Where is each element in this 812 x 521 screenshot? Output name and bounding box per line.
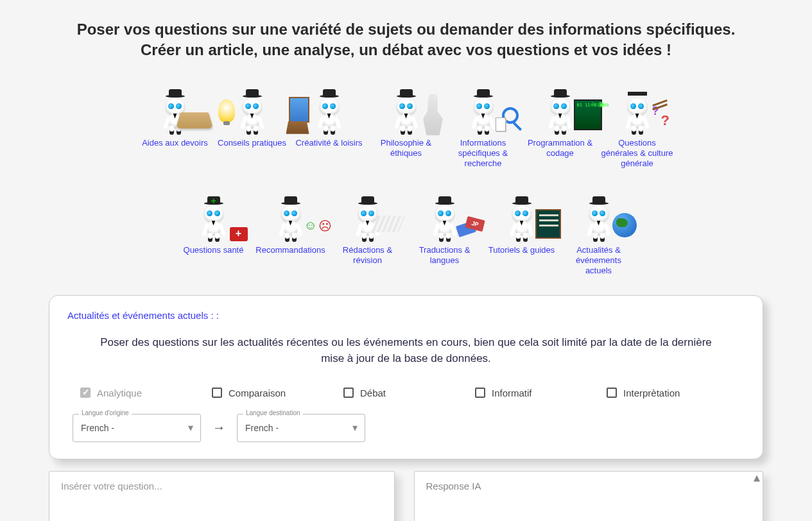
category-label: Traductions & langues — [409, 245, 481, 266]
options-panel: Actualités et événements actuels : : Pos… — [49, 295, 763, 459]
category-label: Conseils pratiques — [218, 138, 286, 148]
checkbox-debat[interactable]: Débat — [343, 388, 469, 398]
checkbox-icon — [80, 388, 91, 398]
category-label: Tutoriels & guides — [488, 245, 555, 255]
language-row: Langue d'origine French - → Langue desti… — [67, 414, 745, 442]
checkbox-label: Débat — [360, 388, 386, 398]
category-label: Questions santé — [184, 245, 244, 255]
response-output: Response IA — [414, 471, 764, 521]
category-label: Programmation & codage — [524, 138, 596, 159]
checkbox-informatif[interactable]: Informatif — [475, 388, 600, 398]
robot-book-icon — [144, 74, 206, 135]
category-label: Aides aux devoirs — [142, 138, 208, 148]
robot-pen-icon — [337, 181, 399, 243]
checkbox-icon — [212, 388, 222, 398]
lang-origin-select-wrap: Langue d'origine French - — [73, 414, 201, 442]
category-general-knowledge[interactable]: Questions générales & culture générale — [601, 74, 673, 169]
category-homework[interactable]: Aides aux devoirs — [139, 74, 211, 169]
robot-graduate-icon — [607, 74, 668, 135]
checkbox-analytique: Analytique — [80, 388, 205, 398]
robot-magnifier-icon — [453, 74, 514, 135]
robot-globe-icon — [568, 181, 630, 243]
category-programming[interactable]: Programmation & codage — [524, 74, 596, 169]
page-title: Poser vos questions sur une variété de s… — [60, 19, 753, 61]
robot-board-icon — [491, 181, 553, 243]
io-row: Insérer votre question... Response IA — [49, 471, 763, 521]
robot-medkit-icon — [183, 181, 245, 243]
category-label: Informations spécifiques & recherche — [447, 138, 519, 169]
lang-dest-select[interactable]: French - — [237, 414, 365, 442]
robot-faces-icon — [260, 181, 322, 243]
checkbox-icon — [343, 388, 354, 398]
category-philosophy[interactable]: Philosophie & éthiques — [370, 74, 442, 169]
category-grid: Aides aux devoirs Conseils pratiques Cré… — [117, 74, 695, 277]
checkbox-icon — [475, 388, 485, 398]
category-label: Philosophie & éthiques — [370, 138, 442, 159]
category-label: Rédactions & révision — [332, 245, 404, 266]
mode-check-row: Analytique Comparaison Débat Informatif … — [67, 388, 745, 398]
robot-statue-icon — [376, 74, 437, 135]
category-translation[interactable]: Traductions & langues — [409, 181, 481, 277]
checkbox-icon — [607, 388, 617, 398]
checkbox-label: Analytique — [97, 388, 142, 398]
category-label: Créativité & loisirs — [295, 138, 362, 148]
panel-description: Poser des questions sur les actualités r… — [92, 335, 721, 366]
lang-origin-select[interactable]: French - — [73, 414, 201, 442]
checkbox-interpretation[interactable]: Interprètation — [607, 388, 732, 398]
checkbox-label: Comparaison — [229, 388, 286, 398]
category-label: Actualités & événements actuels — [563, 245, 635, 277]
checkbox-label: Interprètation — [623, 388, 680, 398]
lang-origin-label: Langue d'origine — [79, 409, 132, 416]
question-input[interactable]: Insérer votre question... — [49, 471, 395, 521]
category-creativity[interactable]: Créativité & loisirs — [293, 74, 365, 169]
robot-easel-icon — [298, 74, 360, 135]
robot-code-icon — [530, 74, 591, 135]
checkbox-label: Informatif — [492, 388, 532, 398]
robot-cards-icon — [414, 181, 476, 243]
category-tutorials[interactable]: Tutoriels & guides — [486, 181, 558, 277]
lang-dest-select-wrap: Langue destination French - — [237, 414, 365, 442]
category-news[interactable]: Actualités & événements actuels — [563, 181, 635, 277]
category-label: Questions générales & culture générale — [601, 138, 673, 169]
category-research[interactable]: Informations spécifiques & recherche — [447, 74, 519, 169]
lang-dest-label: Langue destination — [243, 409, 303, 416]
category-practical[interactable]: Conseils pratiques — [216, 74, 288, 169]
arrow-right-icon: → — [212, 420, 225, 435]
category-writing[interactable]: Rédactions & révision — [332, 181, 404, 277]
robot-bulb-icon — [221, 74, 283, 135]
category-recommendations[interactable]: Recommandations — [255, 181, 327, 277]
checkbox-comparaison[interactable]: Comparaison — [212, 388, 337, 398]
category-label: Recommandations — [255, 245, 325, 255]
panel-title: Actualités et événements actuels : : — [67, 310, 745, 321]
category-health[interactable]: Questions santé — [178, 181, 250, 277]
